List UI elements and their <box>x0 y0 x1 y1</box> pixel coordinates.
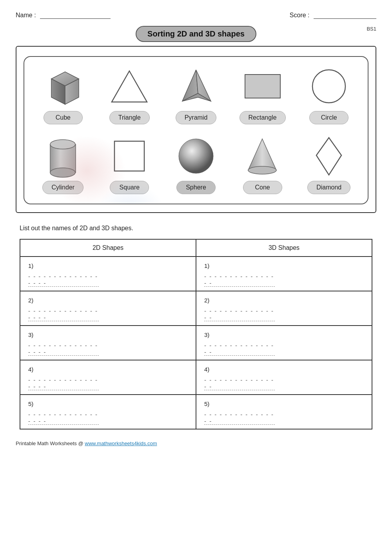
cube-image <box>44 65 83 108</box>
answer-row-2: 2) - - - - - - - - - - - - - - - - - - 2… <box>20 291 372 326</box>
svg-point-13 <box>179 139 213 173</box>
svg-point-10 <box>50 140 75 149</box>
col2-header: 3D Shapes <box>196 239 372 257</box>
shape-item-square: Square <box>102 135 157 194</box>
cone-label: Cone <box>243 181 282 194</box>
bs1-label: BS1 <box>367 26 376 32</box>
pyramid-label: Pyramid <box>176 111 217 124</box>
shape-item-cube: Cube <box>36 65 91 124</box>
answer-table-container: 2D Shapes 3D Shapes 1) - - - - - - - - -… <box>20 239 372 429</box>
row-num-3d-1: 1) <box>204 262 364 269</box>
instruction-text: List out the names of 2D and 3D shapes. <box>20 225 376 232</box>
answer-2d-cell-1: 1) - - - - - - - - - - - - - - - - - - <box>20 257 196 291</box>
shape-item-pyramid: Pyramid <box>169 65 223 124</box>
circle-svg <box>310 68 348 105</box>
shapes-row-1: Cube Triangle <box>30 65 362 124</box>
pyramid-svg <box>176 68 216 105</box>
score-field: Score : <box>290 12 376 19</box>
dashes-2d-2: - - - - - - - - - - - - - - - - - - <box>28 308 99 321</box>
shapes-row-2: Cylinder Square <box>30 135 362 194</box>
answer-table: 2D Shapes 3D Shapes 1) - - - - - - - - -… <box>20 239 372 429</box>
answer-3d-cell-4: 4) - - - - - - - - - - - - - - - - <box>196 360 372 395</box>
dashes-3d-5: - - - - - - - - - - - - - - - - <box>204 411 275 425</box>
name-label: Name : <box>16 12 36 18</box>
answer-3d-cell-5: 5) - - - - - - - - - - - - - - - - <box>196 395 372 429</box>
dashes-3d-2: - - - - - - - - - - - - - - - - <box>204 308 275 321</box>
row-num-2d-5: 5) <box>28 400 188 407</box>
svg-point-15 <box>248 166 276 174</box>
answer-row-5: 5) - - - - - - - - - - - - - - - - - - 5… <box>20 395 372 429</box>
row-num-2d-2: 2) <box>28 297 188 304</box>
shape-item-rectangle: Rectangle <box>235 65 290 124</box>
rectangle-label: Rectangle <box>240 111 286 124</box>
shape-item-sphere: Sphere <box>169 135 223 194</box>
triangle-label: Triangle <box>109 111 150 124</box>
svg-rect-7 <box>245 75 280 98</box>
shape-item-cone: Cone <box>235 135 290 194</box>
rectangle-image <box>243 65 282 108</box>
shape-item-cylinder: Cylinder <box>36 135 91 194</box>
title-area: BS1 Sorting 2D and 3D shapes <box>16 26 376 42</box>
cylinder-label: Cylinder <box>42 181 83 194</box>
sphere-image <box>176 135 216 178</box>
svg-rect-12 <box>114 141 144 171</box>
cube-svg <box>44 68 83 105</box>
row-num-3d-3: 3) <box>204 331 364 338</box>
answer-2d-cell-2: 2) - - - - - - - - - - - - - - - - - - <box>20 291 196 326</box>
sphere-label: Sphere <box>176 181 216 194</box>
answer-2d-cell-3: 3) - - - - - - - - - - - - - - - - - - <box>20 326 196 360</box>
cone-svg <box>246 136 279 177</box>
square-image <box>112 135 147 178</box>
shapes-container: Cube Triangle <box>24 56 368 204</box>
circle-image <box>310 65 348 108</box>
col1-header: 2D Shapes <box>20 239 196 257</box>
dashes-3d-3: - - - - - - - - - - - - - - - - <box>204 342 275 356</box>
row-num-3d-2: 2) <box>204 297 364 304</box>
row-num-2d-1: 1) <box>28 262 188 269</box>
square-svg <box>112 139 147 173</box>
triangle-image <box>110 65 149 108</box>
triangle-svg <box>110 68 149 105</box>
cylinder-svg <box>46 136 80 177</box>
dashes-3d-4: - - - - - - - - - - - - - - - - <box>204 377 275 390</box>
footer: Printable Math Worksheets @ www.mathwork… <box>16 440 376 446</box>
answer-3d-cell-3: 3) - - - - - - - - - - - - - - - - <box>196 326 372 360</box>
row-num-2d-3: 3) <box>28 331 188 338</box>
svg-marker-16 <box>316 138 341 175</box>
pyramid-image <box>176 65 216 108</box>
dashes-3d-1: - - - - - - - - - - - - - - - - <box>204 273 275 287</box>
cone-image <box>246 135 279 178</box>
shape-item-circle: Circle <box>301 65 356 124</box>
answer-row-1: 1) - - - - - - - - - - - - - - - - - - 1… <box>20 257 372 291</box>
row-num-3d-4: 4) <box>204 366 364 373</box>
svg-point-8 <box>312 70 345 103</box>
diamond-svg <box>313 136 345 177</box>
dashes-2d-5: - - - - - - - - - - - - - - - - - - <box>28 411 99 425</box>
answer-2d-cell-5: 5) - - - - - - - - - - - - - - - - - - <box>20 395 196 429</box>
answer-2d-cell-4: 4) - - - - - - - - - - - - - - - - - - <box>20 360 196 395</box>
row-num-2d-4: 4) <box>28 366 188 373</box>
sphere-svg <box>176 136 216 176</box>
answer-3d-cell-2: 2) - - - - - - - - - - - - - - - - <box>196 291 372 326</box>
circle-label: Circle <box>309 111 348 124</box>
name-field: Name : <box>16 12 111 19</box>
score-label: Score : <box>290 12 310 18</box>
diamond-image <box>313 135 345 178</box>
svg-point-11 <box>50 168 75 177</box>
footer-link[interactable]: www.mathworksheets4kids.com <box>85 440 157 446</box>
name-line <box>40 18 111 19</box>
answer-3d-cell-1: 1) - - - - - - - - - - - - - - - - <box>196 257 372 291</box>
answer-row-4: 4) - - - - - - - - - - - - - - - - - - 4… <box>20 360 372 395</box>
answer-row-3: 3) - - - - - - - - - - - - - - - - - - 3… <box>20 326 372 360</box>
outer-border-box: Cube Triangle <box>16 46 376 213</box>
worksheet-title: Sorting 2D and 3D shapes <box>136 26 256 42</box>
svg-marker-14 <box>248 139 276 170</box>
header: Name : Score : <box>16 12 376 19</box>
diamond-label: Diamond <box>307 181 350 194</box>
dashes-2d-1: - - - - - - - - - - - - - - - - - - <box>28 273 99 287</box>
cube-label: Cube <box>44 111 83 124</box>
score-line <box>314 18 376 19</box>
shape-item-triangle: Triangle <box>102 65 157 124</box>
cylinder-image <box>46 135 80 178</box>
svg-marker-3 <box>112 71 147 102</box>
